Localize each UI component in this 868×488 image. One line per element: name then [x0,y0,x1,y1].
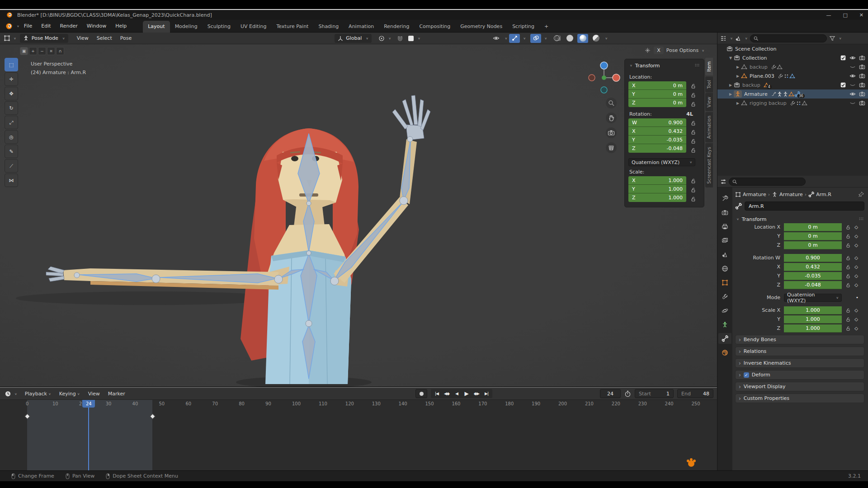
keyframe-diamond-icon[interactable]: ◇ [854,255,859,260]
npanel-rotation-y-field[interactable]: Y-0.035 [628,136,686,144]
lock-icon[interactable] [690,138,696,144]
outliner-search-input[interactable] [750,34,827,42]
keyframe-diamond-icon[interactable]: ◇ [854,243,859,248]
frame-end-field[interactable]: End48 [677,389,713,398]
outliner-row-scene-collection[interactable]: Scene Collection [717,44,868,53]
keyframe-diamond-icon[interactable]: ◇ [854,234,859,239]
outliner-row-collection[interactable]: ▼Collection [717,53,868,62]
snap-target-icon[interactable] [406,34,416,43]
lock-icon[interactable] [845,243,851,248]
lock-icon[interactable] [845,234,851,239]
lock-icon[interactable] [845,282,851,288]
tool-measure[interactable]: ⟋ [5,159,18,173]
lock-icon[interactable] [845,326,851,331]
navigation-gizmo[interactable] [586,60,622,96]
close-button[interactable]: ✕ [859,12,863,18]
npanel-header[interactable]: ∨ Transform [625,61,704,71]
lock-icon[interactable] [690,187,696,193]
armature-sm-icon[interactable] [783,91,788,97]
workspace-tab-scripting[interactable]: Scripting [507,21,539,33]
workspace-tab-shading[interactable]: Shading [313,21,344,33]
filter-icon[interactable] [829,35,835,42]
lock-icon[interactable] [690,120,696,126]
npanel-location-z-field[interactable]: Z0 m [628,99,686,107]
eye-icon[interactable] [849,73,856,79]
subpanel-bendy-bones[interactable]: ›Bendy Bones [735,335,864,344]
next-keyframe-button[interactable]: ◆▶ [472,389,481,398]
current-frame-field[interactable]: 24 [600,389,621,398]
transform-panel-header[interactable]: ∨ Transform [735,216,864,222]
properties-tab-modifiers[interactable] [718,291,731,302]
disclosure-icon[interactable]: ▼ [727,56,734,60]
minimize-button[interactable]: — [826,12,831,18]
property-value-field[interactable]: 0.432 [784,263,842,271]
breadcrumb-item[interactable]: Armature [743,192,766,197]
keyframe-diamond-icon[interactable]: ◇ [854,264,859,269]
workspace-tab-animation[interactable]: Animation [344,21,379,33]
properties-tab-bone[interactable] [718,333,731,344]
properties-tab-tool[interactable] [718,193,731,204]
outliner-row-backup[interactable]: ▶backup4 [717,80,868,89]
subpanel-deform[interactable]: ›✓Deform [735,370,864,380]
shading-solid-icon[interactable] [564,34,575,43]
npanel-location-x-field[interactable]: X0 m [628,81,686,90]
property-value-field[interactable]: 1.000 [784,324,842,333]
tool-transform[interactable]: ◎ [5,130,18,144]
lock-icon[interactable] [690,129,696,135]
npanel-rotation-z-field[interactable]: Z-0.048 [628,144,686,153]
camera-icon[interactable] [859,100,865,106]
outliner-row-backup[interactable]: ▶backup [717,62,868,71]
lock-icon[interactable] [690,83,696,89]
prev-keyframe-button[interactable]: ◀◆ [442,389,451,398]
show-object-types-icon[interactable] [491,34,501,43]
gizmos-toggle-icon[interactable] [509,34,520,43]
npanel-rotation-w-field[interactable]: W0.900 [628,118,686,127]
orientation-dropdown[interactable]: Global∨ [335,34,372,43]
timeline-menu-view[interactable]: View [84,389,104,399]
property-value-field[interactable]: 0 m [784,223,842,231]
properties-tab-object-data[interactable] [718,319,731,330]
camera-icon[interactable] [859,64,865,70]
frame-start-field[interactable]: Start1 [635,389,674,398]
property-value-field[interactable]: 1.000 [784,315,842,324]
property-value-field[interactable]: 0.900 [784,254,842,262]
timeline-ruler[interactable]: 0102030405060708090100110120130140150160… [0,400,717,410]
tool-select-box[interactable]: ⬚ [5,58,18,71]
sidebar-tab-tool[interactable]: Tool [705,76,713,92]
disclosure-icon[interactable]: ▶ [727,83,734,87]
tool-cursor[interactable]: ✛ [5,72,18,86]
npanel-location-y-field[interactable]: Y0 m [628,90,686,99]
zoom-icon[interactable] [606,98,617,108]
lock-icon[interactable] [845,264,851,270]
mesh-blue-icon[interactable] [789,73,795,79]
use-preview-range-icon[interactable] [624,390,631,397]
shading-wireframe-icon[interactable] [551,34,562,43]
property-value-field[interactable]: 1.000 [784,306,842,314]
pose-icon[interactable] [777,91,783,97]
npanel-scale-x-field[interactable]: X1.000 [628,176,686,185]
display-mode-icon[interactable] [735,35,741,42]
outliner-row-rigging-backup[interactable]: ▶rigging backup [717,99,868,108]
dots-icon[interactable] [796,100,802,106]
disclosure-icon[interactable]: ▶ [735,101,741,105]
camera-icon[interactable] [859,73,865,79]
playhead[interactable] [88,400,89,470]
npanel-scale-z-field[interactable]: Z1.000 [628,193,686,202]
grip-icon[interactable] [858,216,864,222]
properties-tab-world[interactable] [718,263,731,274]
workspace-tab-uv-editing[interactable]: UV Editing [236,21,271,33]
auto-key-button[interactable] [415,389,427,398]
lock-icon[interactable] [845,273,851,279]
timeline-menu-marker[interactable]: Marker [104,389,129,399]
outliner-row-armature[interactable]: ▶Armature36 [717,89,868,99]
menu-help[interactable]: Help [111,21,131,31]
eye-closed-icon[interactable] [849,100,856,106]
perspective-toggle-icon[interactable] [606,142,617,153]
eye-closed-icon[interactable] [849,82,856,88]
timeline-track-area[interactable]: 0102030405060708090100110120130140150160… [0,400,717,470]
editor-type-icon[interactable] [720,35,726,42]
snap-magnet-icon[interactable] [395,34,406,43]
select-mode-subtract-button[interactable]: − [38,47,46,55]
lock-icon[interactable] [845,308,851,313]
timeline-menu-playback[interactable]: Playback∨ [21,389,55,399]
